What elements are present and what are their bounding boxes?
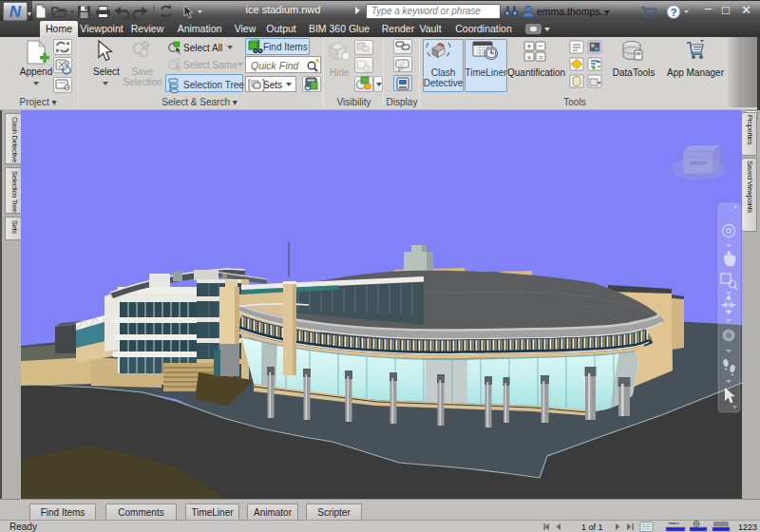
svg-text:+: + bbox=[526, 42, 531, 51]
svg-text:×: × bbox=[527, 53, 532, 62]
svg-text:FRONT: FRONT bbox=[690, 161, 706, 166]
svg-text:?: ? bbox=[671, 7, 677, 18]
svg-text:1 of 1: 1 of 1 bbox=[581, 522, 603, 532]
svg-text:1223: 1223 bbox=[738, 522, 757, 532]
svg-text:=: = bbox=[539, 53, 543, 62]
svg-text:−: − bbox=[538, 41, 542, 50]
